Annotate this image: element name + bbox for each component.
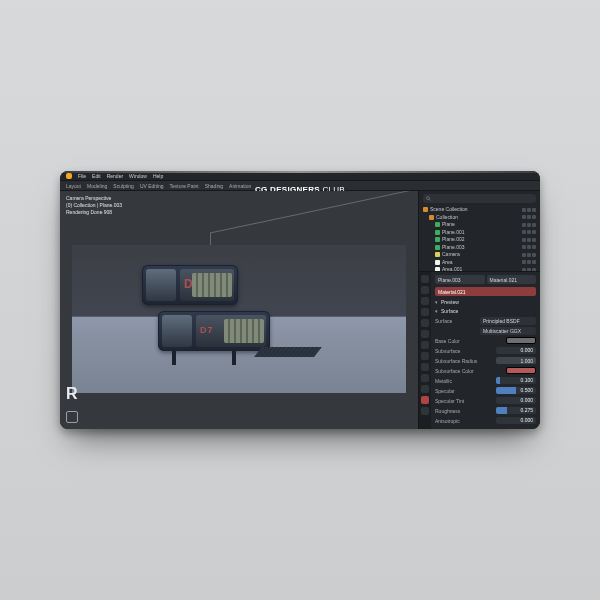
roughness-label: Roughness <box>435 408 460 414</box>
outliner-item-label: Plane.002 <box>442 236 465 244</box>
base-color-label: Base Color <box>435 338 460 344</box>
outliner-row[interactable]: Camera <box>423 251 536 259</box>
mesh-icon <box>435 230 440 235</box>
light-icon <box>435 260 440 265</box>
subsurface-slider[interactable]: 0.000 <box>496 347 536 354</box>
mesh-icon <box>435 237 440 242</box>
tab-physics-icon[interactable] <box>421 363 429 371</box>
tab-texpaint[interactable]: Texture Paint <box>170 183 199 189</box>
app-logo-icon <box>66 173 72 179</box>
metallic-label: Metallic <box>435 378 452 384</box>
tab-object-icon[interactable] <box>421 330 429 338</box>
tab-scene-icon[interactable] <box>421 308 429 316</box>
render-status-label: Rendering Done 908 <box>66 209 122 216</box>
visibility-toggles[interactable] <box>522 215 536 219</box>
menu-window[interactable]: Window <box>129 173 147 179</box>
viewport-overlay-text: Camera Perspective (0) Collection | Plan… <box>66 195 122 216</box>
tab-world-icon[interactable] <box>421 319 429 327</box>
outliner-item-label: Plane.001 <box>442 229 465 237</box>
subsurface-color-swatch[interactable] <box>506 367 536 374</box>
tab-shading[interactable]: Shading <box>205 183 223 189</box>
anisotropic-slider[interactable]: 0.000 <box>496 417 536 424</box>
col-icon <box>423 207 428 212</box>
tab-sculpting[interactable]: Sculpting <box>113 183 134 189</box>
surface-shader-select[interactable]: Principled BSDF <box>480 317 536 325</box>
specular-label: Specular <box>435 388 455 394</box>
tab-modifier-icon[interactable] <box>421 341 429 349</box>
tab-layout[interactable]: Layout <box>66 183 81 189</box>
cam-icon <box>435 252 440 257</box>
tab-constraint-icon[interactable] <box>421 374 429 382</box>
svg-line-1 <box>429 199 431 201</box>
tab-material-icon[interactable] <box>421 396 429 404</box>
tab-render-icon[interactable] <box>421 275 429 283</box>
tab-texture-icon[interactable] <box>421 407 429 415</box>
menu-edit[interactable]: Edit <box>92 173 101 179</box>
tab-animation[interactable]: Animation <box>229 183 251 189</box>
subsurface-radius-label: Subsurface Radius <box>435 358 477 364</box>
visibility-toggles[interactable] <box>522 260 536 264</box>
specular-tint-slider[interactable]: 0.000 <box>496 397 536 404</box>
subsurface-label: Subsurface <box>435 348 460 354</box>
visibility-toggles[interactable] <box>522 253 536 257</box>
visibility-toggles[interactable] <box>522 238 536 242</box>
roughness-slider[interactable]: 0.275 <box>496 407 536 414</box>
active-object-label: (0) Collection | Plane.003 <box>66 202 122 209</box>
outliner-item-label: Collection <box>436 214 458 222</box>
tab-uv[interactable]: UV Editing <box>140 183 164 189</box>
metallic-slider[interactable]: 0.100 <box>496 377 536 384</box>
viewport-3d[interactable]: Camera Perspective (0) Collection | Plan… <box>60 191 418 429</box>
right-docks: Scene CollectionCollectionPlanePlane.001… <box>418 191 540 429</box>
subsurface-radius-field[interactable]: 1.000 <box>496 357 536 364</box>
material-properties: Plane.003 Material.021 Material.021 Prev… <box>431 272 540 429</box>
menu-file[interactable]: File <box>78 173 86 179</box>
mesh-icon <box>435 245 440 250</box>
breadcrumb-material[interactable]: Material.021 <box>487 275 537 284</box>
outliner-row[interactable]: Plane.001 <box>423 229 536 237</box>
properties-panel: Plane.003 Material.021 Material.021 Prev… <box>419 272 540 429</box>
pod-lower-window <box>162 315 192 347</box>
distribution-select[interactable]: Multiscatter GGX <box>480 327 536 335</box>
tab-view-icon[interactable] <box>421 297 429 305</box>
visibility-toggles[interactable] <box>522 245 536 249</box>
tab-output-icon[interactable] <box>421 286 429 294</box>
outliner-row[interactable]: Plane.003 <box>423 244 536 252</box>
ramp <box>254 347 322 357</box>
outliner-row[interactable]: Collection <box>423 214 536 222</box>
panel-header-surface[interactable]: Surface <box>435 308 536 314</box>
tab-modeling[interactable]: Modeling <box>87 183 107 189</box>
outliner-row[interactable]: Scene Collection <box>423 206 536 214</box>
menu-help[interactable]: Help <box>153 173 163 179</box>
base-color-swatch[interactable] <box>506 337 536 344</box>
mesh-icon <box>435 222 440 227</box>
menu-render[interactable]: Render <box>107 173 123 179</box>
visibility-toggles[interactable] <box>522 208 536 212</box>
visibility-toggles[interactable] <box>522 230 536 234</box>
outliner-search[interactable] <box>423 194 536 203</box>
viewport-nav-icon[interactable] <box>66 411 78 423</box>
col-icon <box>429 215 434 220</box>
outliner-row[interactable]: Plane <box>423 221 536 229</box>
rotate-gizmo-label: R <box>66 385 78 403</box>
anisotropic-label: Anisotropic <box>435 418 460 424</box>
pod-lower-greeble <box>224 319 264 343</box>
pod-upper: D7 <box>142 265 238 305</box>
scene-object-building: D7 D7 <box>122 265 322 365</box>
outliner-tree: Scene CollectionCollectionPlanePlane.001… <box>423 206 536 272</box>
material-slot[interactable]: Material.021 <box>435 287 536 296</box>
breadcrumb-object[interactable]: Plane.003 <box>435 275 485 284</box>
specular-slider[interactable]: 0.500 <box>496 387 536 394</box>
outliner-row[interactable]: Area <box>423 259 536 267</box>
outliner-item-label: Plane <box>442 221 455 229</box>
properties-tabstrip <box>419 272 431 429</box>
pod-upper-greeble <box>192 273 232 297</box>
panel-header-preview[interactable]: Preview <box>435 299 536 305</box>
main-area: Camera Perspective (0) Collection | Plan… <box>60 191 540 429</box>
pod-lower-decal: D7 <box>200 325 214 335</box>
support-legs <box>166 351 256 365</box>
visibility-toggles[interactable] <box>522 223 536 227</box>
tab-mesh-icon[interactable] <box>421 385 429 393</box>
outliner-row[interactable]: Plane.002 <box>423 236 536 244</box>
surface-label: Surface <box>435 318 452 324</box>
tab-particle-icon[interactable] <box>421 352 429 360</box>
